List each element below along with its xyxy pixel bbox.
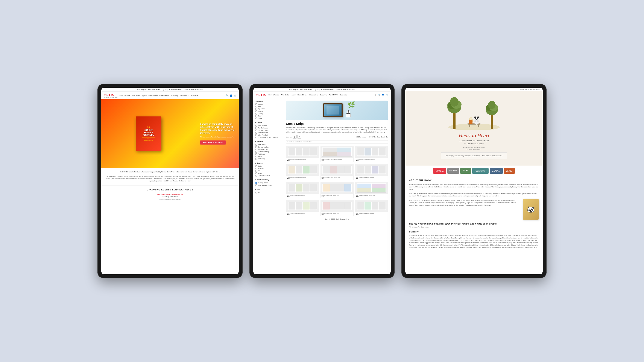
nav-subscribe-1[interactable]: Subscribe [191, 95, 198, 96]
product-3[interactable]: August 3 2024, Daily Comic Strip $45 [355, 146, 388, 162]
other-works-btn[interactable]: OtherWorks [504, 168, 515, 174]
filter-doozy[interactable]: Doozy [256, 115, 281, 117]
nav-apparel-1[interactable]: Apparel [142, 95, 147, 96]
filter-butchie[interactable]: Butchie [256, 110, 281, 112]
cart-icon-2[interactable]: 🛒 [386, 94, 388, 96]
filter-daily[interactable]: Daily (Black & White) [256, 184, 281, 186]
nav-home-2[interactable]: Home & Desk [298, 94, 307, 96]
filter-holidays-title: ▸ Holidays [256, 141, 281, 143]
nav-apparel-2[interactable]: Apparel [291, 94, 296, 96]
product-10[interactable]: July 27 2024, Daily Comic Strip $45 [286, 200, 319, 216]
filter-sunday[interactable]: Sunday (Color) [256, 182, 281, 184]
comic-strips-desc: Welcome to the beloved MUTTS comic strip… [286, 127, 388, 133]
main-content-2: 🌿 Comic Strips Welcome to the beloved MU… [283, 98, 391, 273]
filter-crabby[interactable]: Crabby [256, 112, 281, 115]
svg-point-23 [475, 118, 476, 119]
nav-art-2[interactable]: Art & Books [281, 94, 289, 96]
nav-collab-2[interactable]: Collaborations [308, 94, 318, 96]
svg-point-25 [476, 119, 477, 120]
product-7[interactable]: July 30 2024, Daily Comic Strip $45 [286, 182, 319, 198]
heart-icon[interactable]: ♡ [222, 94, 224, 97]
filter-aprilfools[interactable]: April Fools [256, 153, 281, 155]
compassionate-btn[interactable]: CompassionateRevolution [472, 168, 488, 174]
filter-changing[interactable]: Changing seasons [256, 174, 281, 177]
nav-about-1[interactable]: About MUTTS [180, 95, 189, 96]
nav-collab-1[interactable]: Collaborations [160, 95, 169, 96]
nav-news-2[interactable]: News & Popular [268, 94, 279, 96]
about-book-btn[interactable]: Aboutthe Book [433, 168, 446, 174]
search-icon[interactable]: 🔍 [226, 94, 228, 97]
product-search[interactable]: Search for products in this collection [286, 140, 388, 143]
product-5[interactable]: August 1 2024, Daily Comic Strip $45 [320, 164, 354, 180]
book-quote: "What I propose is a compassionate revol… [441, 152, 506, 159]
content-area-2: Character Mooch Earl Sip & Bop Butchie C… [253, 98, 391, 273]
filter-earl[interactable]: Earl [256, 105, 281, 108]
filter-fall[interactable]: Fall [256, 170, 281, 172]
news-btn[interactable]: News [460, 168, 471, 174]
product-7-price: $45 [287, 196, 318, 197]
filter-pink-sock[interactable]: Little Pink Sock [256, 134, 281, 136]
purchase-button[interactable]: PURCHASE YOUR COPY [200, 140, 226, 145]
product-11-price: $45 [322, 214, 353, 215]
nav-about-2[interactable]: About MUTTS [329, 94, 338, 96]
tablet-3: VISIT THE MUTTS WEBSITE [402, 84, 546, 278]
filter-groundhog[interactable]: Groundhog Day [256, 146, 281, 148]
nav-news-1[interactable]: News & Popular [119, 95, 130, 96]
filter-frank[interactable]: Frank [256, 117, 281, 119]
product-11-info: July 26 2024, Daily Comic Strip $45 [321, 212, 354, 216]
filter-easter[interactable]: Easter [256, 155, 281, 158]
filter-2023[interactable]: 2023 [256, 191, 281, 194]
get-book-btn[interactable]: Getthe Book [490, 168, 502, 174]
search-icon-2[interactable]: 🔍 [378, 94, 380, 96]
filter-stpatricks[interactable]: St. Patrick's Day [256, 151, 281, 153]
product-12[interactable]: July 25 2024, Daily Comic Strip $45 [355, 200, 388, 216]
product-9[interactable]: July 28 2024, Sunday Comic Strip $50 [355, 182, 388, 198]
filter-shelter[interactable]: Shelter Stories [256, 131, 281, 134]
product-11[interactable]: July 26 2024, Daily Comic Strip $45 [320, 200, 354, 216]
nav-2: MUTTS News & Popular Art & Books Apparel… [253, 92, 391, 98]
filter-compassion[interactable]: Compassion for All Creatures [256, 136, 281, 139]
nav-home-1[interactable]: Home & Desk [148, 95, 158, 96]
svg-point-17 [470, 117, 472, 120]
heart-icon-2[interactable]: ♡ [374, 94, 376, 96]
nav-subscribe-2[interactable]: Subscribe [340, 94, 347, 96]
events-section: UPCOMING EVENTS & APPEARANCES July 25-28… [101, 185, 239, 204]
product-4[interactable]: August 2 2024, Daily Comic Strip $45 [286, 164, 319, 180]
product-5-info: August 1 2024, Daily Comic Strip $45 [321, 176, 354, 180]
tablet-3-screen: VISIT THE MUTTS WEBSITE [405, 88, 543, 274]
product-8[interactable]: July 29 2024, Daily Comic Strip $32 [320, 182, 354, 198]
nav-guard-1[interactable]: Guard Dog [171, 95, 178, 96]
filter-sipbop[interactable]: Sip & Bop [256, 108, 281, 110]
grid-view-btn[interactable]: ▦ [293, 135, 297, 139]
product-1-info: August 5 2024, Daily Comic Strip $45 [286, 158, 319, 162]
mutts-logo-1: MUTTS PATRICK MCDONNELL [104, 93, 118, 98]
filter-mooch[interactable]: Mooch [256, 103, 281, 105]
list-view-btn[interactable]: ≡ [297, 135, 301, 139]
filter-valentines[interactable]: Valentine's Day [256, 148, 281, 151]
filter-newyear[interactable]: New Year's [256, 143, 281, 146]
nav-links-1[interactable]: News & Popular Art & Books Apparel Home … [119, 95, 198, 96]
product-10-price: $45 [287, 214, 318, 215]
filter-summer[interactable]: Summer [256, 167, 281, 170]
product-1[interactable]: August 5 2024, Daily Comic Strip $45 [286, 146, 319, 162]
filter-cat-lovers[interactable]: For Cat Lovers [256, 127, 281, 129]
nav-guard-2[interactable]: Guard Dog [320, 94, 327, 96]
filter-spring[interactable]: Spring [256, 165, 281, 167]
filter-dog-lovers[interactable]: For Dog Lovers [256, 129, 281, 131]
nav-art-1[interactable]: Art & Books [132, 95, 140, 96]
tablet-2-screen: Breaking the Chart: The Guard Dog Story … [253, 88, 391, 274]
product-12-info: July 25 2024, Daily Comic Strip $45 [355, 212, 388, 216]
book-author1: His Holiness the Dalai Lama [463, 146, 485, 148]
filter-winter[interactable]: Winter [256, 172, 281, 174]
cart-icon[interactable]: 🛒 [234, 94, 236, 97]
user-icon[interactable]: 👤 [230, 94, 232, 97]
product-6[interactable]: July 31 2024, Daily Comic Strip $5 [355, 164, 388, 180]
user-icon-2[interactable]: 👤 [382, 94, 384, 96]
product-4-price: $45 [287, 178, 318, 179]
nav-links-2[interactable]: News & Popular Art & Books Apparel Home … [268, 94, 347, 96]
product-2[interactable]: August 4 2024, Sunday Comic Strip $50 [320, 146, 354, 162]
sort-control[interactable]: SORT BY: Date: New to Old [370, 136, 388, 138]
filter-most-popular[interactable]: Most Popular [256, 124, 281, 127]
filter-earthday[interactable]: Earth Day [256, 158, 281, 160]
reviews-btn[interactable]: Reviews [447, 168, 459, 174]
